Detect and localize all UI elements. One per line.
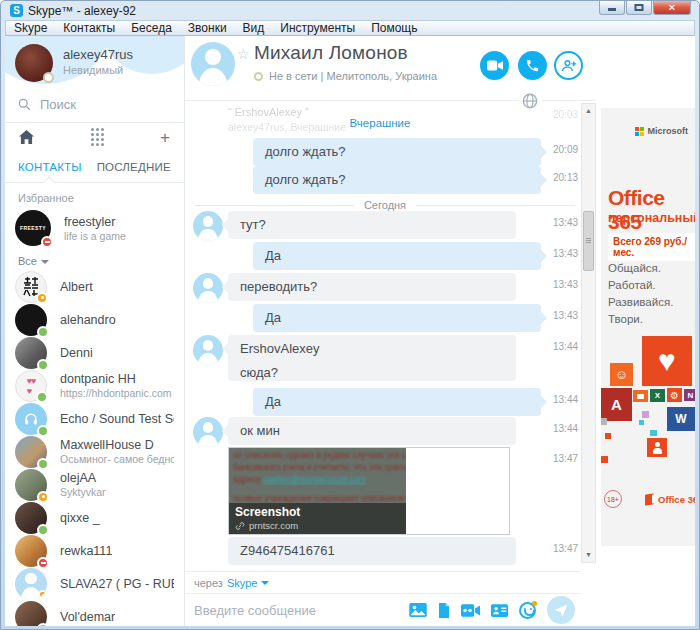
chat-scrollbar[interactable]: ▲ ▼ [581, 103, 596, 563]
avatar [15, 403, 47, 435]
minimize-button[interactable] [599, 1, 625, 15]
presence-away-icon [37, 623, 49, 627]
contact-name: Albert [60, 280, 93, 294]
scroll-down-arrow[interactable]: ▼ [582, 548, 595, 562]
ad-subtitle: персональный [608, 211, 695, 225]
emoticon-button[interactable] [519, 602, 536, 619]
history-globe-icon[interactable] [519, 90, 541, 112]
contact-mood: Syktyvkar [60, 486, 106, 498]
onenote-tile-icon: N [684, 389, 695, 401]
menu-skype[interactable]: Skype [6, 21, 55, 35]
profile-header[interactable]: alexey47rus Невидимый [5, 36, 184, 84]
contact-olejaa[interactable]: olejAA Syktyvkar [5, 468, 184, 501]
contact-name: dontpanic HH [60, 372, 172, 386]
avatar [15, 502, 47, 534]
scroll-up-arrow[interactable]: ▲ [582, 104, 595, 118]
user-status: Невидимый [63, 64, 123, 76]
contact-qixxe[interactable]: qixxe _ [5, 501, 184, 534]
incoming-message: переводить? [228, 273, 516, 301]
message-composer [185, 593, 581, 626]
titlebar[interactable]: S Skype™ - alexey-92 ✕ [5, 1, 695, 20]
send-via-selector[interactable]: через Skype [185, 571, 581, 593]
add-contact-icon[interactable]: + [160, 129, 170, 146]
avatar [15, 271, 47, 303]
home-icon[interactable] [19, 130, 34, 144]
window-title: Skype™ - alexey-92 [28, 4, 136, 18]
contact-name: freestyler [64, 215, 126, 229]
via-channel[interactable]: Skype [227, 577, 258, 589]
ad-background: Microsoft Office 365 персональный Всего … [601, 108, 695, 546]
add-participant-button[interactable] [554, 51, 583, 80]
presence-online-icon [37, 524, 49, 536]
contact-dontpanic[interactable]: ♥♥♥ dontpanic HH https://hhdontpanic.com [5, 369, 184, 402]
ad-tagline: Общайся. Работай.Развивайся.Твори. [608, 260, 695, 328]
contact-name: rewka111 [60, 544, 112, 558]
user-presence-invisible-icon [43, 72, 54, 83]
timestamp: 13:43 [553, 310, 578, 321]
presence-online-icon [37, 359, 49, 371]
incoming-message: ErshovAlexey сюда? [228, 335, 516, 381]
excel-tile-icon: X [650, 389, 665, 402]
presence-away-icon [36, 292, 48, 304]
menu-contacts[interactable]: Контакты [55, 21, 123, 35]
voice-call-button[interactable] [518, 51, 547, 80]
contact-denni[interactable]: Denni [5, 336, 184, 369]
scrollbar-thumb[interactable] [583, 211, 594, 271]
mosaic-square [605, 433, 611, 439]
headset-icon [23, 411, 39, 427]
chat-partner-avatar[interactable] [191, 42, 235, 86]
incoming-message: Z946475416761 [228, 537, 516, 565]
via-prefix: через [194, 577, 223, 589]
menu-conversation[interactable]: Беседа [123, 21, 180, 35]
send-photo-button[interactable] [409, 603, 427, 617]
contact-echo[interactable]: Echo / Sound Test Service [5, 402, 184, 435]
contact-maxwellhouse[interactable]: MaxwellHouse D Осьминог- самое бедное жи… [5, 435, 184, 468]
menu-view[interactable]: Вид [235, 21, 273, 35]
smiley-tile-icon: ☺ [610, 363, 633, 386]
mosaic-square [639, 420, 644, 425]
contact-name: qixxe _ [60, 511, 100, 525]
contact-slava27[interactable]: SLAVA27 ( PG - RUB 56) [5, 567, 184, 600]
screenshot-thumbnail[interactable]: не описания, однако в редких случаях эти… [229, 448, 406, 534]
presence-dnd-icon [41, 236, 53, 248]
avatar [15, 601, 47, 627]
contact-name: Echo / Sound Test Service [60, 412, 174, 426]
card-domain: prntscr.com [249, 520, 298, 531]
divider [5, 182, 184, 183]
timestamp: 20:09 [553, 144, 578, 155]
send-file-button[interactable] [438, 603, 450, 618]
link-preview-card[interactable]: не описания, однако в редких случаях эти… [228, 447, 510, 535]
access-tile-icon: A [601, 388, 632, 421]
card-empty-area [406, 448, 509, 534]
menu-tools[interactable]: Инструменты [272, 21, 363, 35]
video-message-button[interactable] [461, 604, 480, 617]
maximize-button[interactable] [626, 1, 652, 15]
video-call-button[interactable] [480, 51, 509, 80]
menu-help[interactable]: Помощь [363, 21, 425, 35]
send-contacts-button[interactable] [491, 604, 508, 617]
message-input[interactable] [194, 603, 398, 618]
contact-albert[interactable]: Albert [5, 270, 184, 303]
contact-alehandro[interactable]: alehandro [5, 303, 184, 336]
contact-freestyler[interactable]: FREESTY freestyler life is a game [5, 208, 184, 248]
search-input[interactable]: Поиск [5, 92, 184, 116]
video-message-icon [461, 604, 480, 617]
dialpad-icon[interactable] [91, 128, 104, 146]
timestamp: 13:47 [553, 453, 578, 464]
ad-panel[interactable]: Microsoft Office 365 персональный Всего … [596, 36, 695, 626]
chat-partner-name: Михаил Ломонов [254, 42, 408, 64]
avatar [15, 535, 47, 567]
presence-offline-icon [254, 72, 263, 81]
microsoft-squares-icon [635, 127, 644, 136]
close-button[interactable]: ✕ [653, 1, 691, 15]
menu-calls[interactable]: Звонки [180, 21, 235, 35]
contact-rewka111[interactable]: rewka111 [5, 534, 184, 567]
contact-voldemar[interactable]: Vol'demar [5, 600, 184, 626]
ad-price: Всего 269 руб./мес. [608, 233, 695, 261]
favorite-star-icon[interactable]: ☆ [237, 46, 250, 62]
group-all-toggle[interactable]: Все [5, 248, 184, 270]
tab-contacts[interactable]: КОНТАКТЫ [18, 161, 82, 173]
send-button[interactable] [547, 596, 575, 624]
tab-recent[interactable]: ПОСЛЕДНИЕ [97, 161, 171, 173]
avatar: FREESTY [15, 210, 51, 246]
